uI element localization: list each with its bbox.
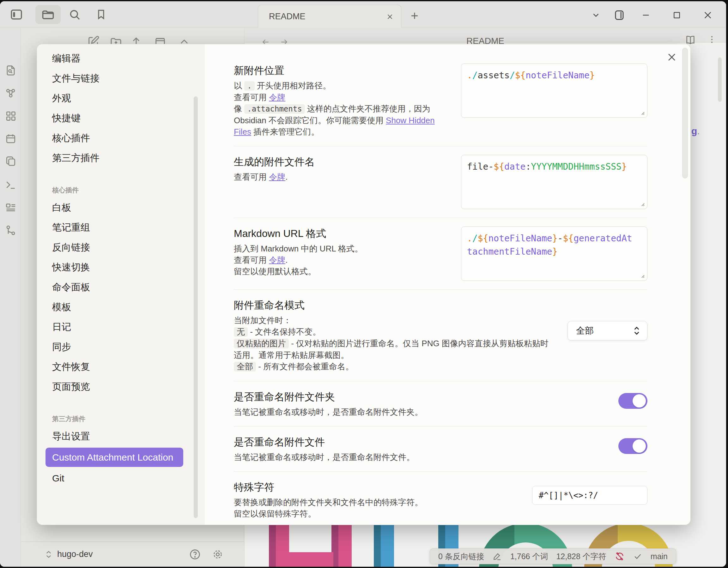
desc-text: . — [285, 172, 288, 182]
special-characters-input[interactable]: #^[]|*\<>:?/ — [532, 486, 647, 505]
desc-text: - 文件名保持不变。 — [248, 327, 321, 336]
setting-description: 当笔记被重命名或移动时，是否重命名附件文件夹。 — [234, 406, 607, 418]
desc-text: 开头使用相对路径。 — [255, 81, 331, 90]
settings-nav-item[interactable]: 文件与链接 — [45, 69, 183, 88]
nav-heading-community: 第三方插件 — [52, 414, 205, 423]
setting-description: 当附加文件时：无 - 文件名保持不变。仅粘贴的图片 - 仅对粘贴的图片进行重命名… — [234, 315, 556, 372]
markdown-url-format-textarea[interactable]: ./${noteFileName}-${generatedAttachmentF… — [461, 227, 647, 281]
attachment-location-textarea[interactable]: ./assets/${noteFileName} — [461, 63, 647, 118]
settings-nav-item[interactable]: 编辑器 — [45, 49, 183, 69]
settings-nav-item[interactable]: 白板 — [45, 198, 183, 218]
desc-text: 当笔记被重命名或移动时，是否重命名附件文件夹。 — [234, 407, 423, 417]
setting-description: 当笔记被重命名或移动时，是否重命名附件文件。 — [234, 451, 607, 463]
nav-scrollbar[interactable] — [194, 96, 198, 518]
desc-text: 无 — [234, 327, 248, 337]
desc-text: 像 — [234, 104, 244, 113]
setting-title: 新附件位置 — [234, 63, 450, 77]
rename-attachment-folder-toggle[interactable] — [618, 393, 647, 409]
setting-row-rename-folder: 是否重命名附件文件夹 当笔记被重命名或移动时，是否重命名附件文件夹。 — [234, 381, 647, 426]
generated-filename-textarea[interactable]: file-${date:YYYYMMDDHHmmssSSS} — [461, 155, 647, 209]
desc-text: 查看可用 — [234, 255, 269, 265]
resize-handle-icon[interactable] — [639, 201, 645, 207]
desc-text: 当附加文件时： — [234, 316, 291, 325]
setting-row-markdown-url: Markdown URL 格式 插入到 Markdown 中的 URL 格式。查… — [234, 218, 647, 290]
settings-nav-item[interactable]: 文件恢复 — [45, 357, 183, 377]
settings-nav-item[interactable]: 外观 — [45, 88, 183, 108]
settings-nav-item[interactable]: 模板 — [45, 297, 183, 317]
settings-nav-core-list: 白板笔记重组反向链接快速切换命令面板模板日记同步文件恢复页面预览 — [45, 198, 205, 397]
settings-nav-item[interactable]: Custom Attachment Location — [45, 448, 183, 467]
setting-title: 是否重命名附件文件夹 — [234, 390, 607, 404]
desc-text: . — [244, 81, 254, 91]
settings-nav-item[interactable]: 日记 — [45, 317, 183, 337]
setting-row-rename-files: 是否重命名附件文件 当笔记被重命名或移动时，是否重命名附件文件。 — [234, 426, 647, 472]
desc-text: 当笔记被重命名或移动时，是否重命名附件文件。 — [234, 452, 415, 462]
setting-row-generated-filename: 生成的附件文件名 查看可用 令牌. file-${date:YYYYMMDDHH… — [234, 146, 647, 218]
inline-link[interactable]: 令牌 — [269, 255, 285, 265]
desc-text: .attachments — [244, 104, 305, 114]
desc-text: 要替换或删除的附件文件夹和文件名中的特殊字符。 — [234, 498, 423, 507]
settings-nav-item[interactable]: 页面预览 — [45, 377, 183, 397]
desc-text: 以 — [234, 81, 244, 90]
setting-title: Markdown URL 格式 — [234, 227, 450, 240]
desc-text: 留空以使用默认格式。 — [234, 267, 316, 276]
setting-title: 是否重命名附件文件 — [234, 435, 607, 449]
rename-attachment-files-toggle[interactable] — [618, 438, 647, 454]
settings-nav-item[interactable]: 快速切换 — [45, 257, 183, 277]
settings-nav-item[interactable]: 第三方插件 — [45, 148, 183, 168]
settings-nav-community-list: 导出设置Custom Attachment LocationGit — [45, 426, 205, 488]
setting-description: 查看可用 令牌. — [234, 171, 450, 183]
obsidian-window: README — [0, 1, 726, 567]
settings-nav-item[interactable]: 反向链接 — [45, 238, 183, 257]
setting-row-rename-mode: 附件重命名模式 当附加文件时：无 - 文件名保持不变。仅粘贴的图片 - 仅对粘贴… — [234, 290, 647, 381]
screen: README — [0, 0, 728, 568]
modal-close-icon[interactable] — [666, 52, 677, 63]
setting-title: 特殊字符 — [234, 480, 521, 494]
desc-text: 仅粘贴的图片 — [234, 339, 289, 348]
settings-modal: 编辑器文件与链接外观快捷键核心插件第三方插件 核心插件 白板笔记重组反向链接快速… — [37, 44, 691, 525]
resize-handle-icon[interactable] — [639, 109, 645, 116]
select-chevrons-icon — [633, 326, 641, 335]
settings-nav-item[interactable]: 笔记重组 — [45, 218, 183, 238]
settings-nav-item[interactable]: 快捷键 — [45, 108, 183, 128]
settings-nav-item[interactable]: 同步 — [45, 337, 183, 357]
inline-link[interactable]: 令牌 — [269, 172, 285, 182]
desc-text: 查看可用 — [234, 93, 269, 102]
settings-nav: 编辑器文件与链接外观快捷键核心插件第三方插件 核心插件 白板笔记重组反向链接快速… — [37, 44, 205, 525]
rename-mode-select[interactable]: 全部 — [567, 321, 647, 341]
setting-row-special-characters: 特殊字符 要替换或删除的附件文件夹和文件名中的特殊字符。留空以保留特殊字符。 #… — [234, 472, 647, 525]
desc-text: 全部 — [234, 362, 256, 372]
settings-nav-top-list: 编辑器文件与链接外观快捷键核心插件第三方插件 — [45, 49, 205, 168]
setting-title: 附件重命名模式 — [234, 298, 556, 312]
nav-heading-core: 核心插件 — [52, 186, 205, 195]
desc-text: - 所有文件都会被重命名。 — [256, 362, 354, 371]
setting-description: 要替换或删除的附件文件夹和文件名中的特殊字符。留空以保留特殊字符。 — [234, 497, 521, 519]
setting-title: 生成的附件文件名 — [234, 155, 450, 169]
setting-description: 插入到 Markdown 中的 URL 格式。查看可用 令牌.留空以使用默认格式… — [234, 243, 450, 277]
resize-handle-icon[interactable] — [639, 272, 645, 279]
desc-text: 插入到 Markdown 中的 URL 格式。 — [234, 244, 363, 253]
desc-text: 查看可用 — [234, 172, 269, 182]
settings-nav-item[interactable]: 命令面板 — [45, 277, 183, 297]
settings-nav-item[interactable]: Git — [45, 468, 183, 488]
desc-text: 插件来管理它们。 — [251, 127, 319, 136]
settings-nav-item[interactable]: 导出设置 — [45, 426, 183, 446]
settings-nav-item[interactable]: 核心插件 — [45, 128, 183, 148]
inline-link[interactable]: 令牌 — [269, 93, 285, 102]
desc-text: 留空以保留特殊字符。 — [234, 509, 316, 518]
desc-text: . — [285, 255, 288, 265]
settings-content-scrollbar[interactable] — [682, 48, 688, 178]
setting-description: 以 . 开头使用相对路径。查看可用 令牌像 .attachments 这样的点文… — [234, 80, 450, 137]
setting-row-attachment-location: 新附件位置 以 . 开头使用相对路径。查看可用 令牌像 .attachments… — [234, 55, 647, 146]
settings-content: 新附件位置 以 . 开头使用相对路径。查看可用 令牌像 .attachments… — [205, 44, 690, 525]
